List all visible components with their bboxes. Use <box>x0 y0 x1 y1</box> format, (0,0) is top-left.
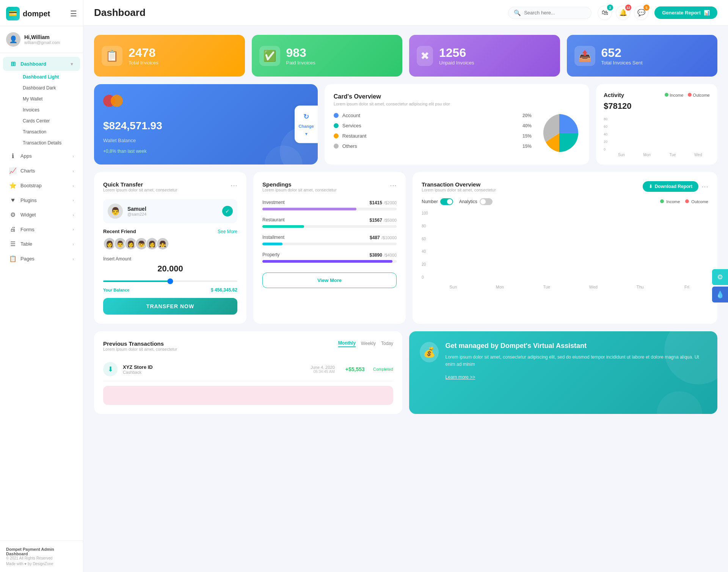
overview-item: Account 20% <box>334 113 532 118</box>
sidebar-nav: ⊞ Dashboard ▼ Dashboard Light Dashboard … <box>0 53 83 270</box>
analytics-toggle-group: Analytics <box>459 198 493 205</box>
analytics-toggle[interactable] <box>480 198 493 205</box>
tab-monthly[interactable]: Monthly <box>338 340 356 347</box>
sidebar-item-charts[interactable]: 📈 Charts › <box>3 164 80 178</box>
sidebar-item-bootstrap[interactable]: ⭐ Bootstrap › <box>3 179 80 193</box>
sidebar-item-widget[interactable]: ⚙ Widget › <box>3 208 80 222</box>
y-axis: 100 80 60 40 20 0 <box>422 211 428 279</box>
sidebar-item-plugins[interactable]: ♥ Plugins › <box>3 193 80 207</box>
sub-nav-item-transaction-details[interactable]: Transaction Details <box>17 138 80 148</box>
account-label: Account <box>342 113 519 118</box>
sidebar-item-apps[interactable]: ℹ Apps › <box>3 149 80 163</box>
notifications-btn[interactable]: 🔔 12 <box>616 6 630 20</box>
amount-label: Insert Amount <box>103 256 237 262</box>
sub-nav-item-my-wallet[interactable]: My Wallet <box>17 94 80 104</box>
shopping-cart-btn[interactable]: 🛍 2 <box>598 6 612 20</box>
va-learn-more-link[interactable]: Learn more >> <box>446 375 475 380</box>
balance-value: $ 456,345.62 <box>211 287 237 293</box>
sent-invoices-icon: 📤 <box>574 46 595 66</box>
pt-header: Previous Transactions Lorem ipsum dolor … <box>103 340 393 356</box>
check-icon: ✓ <box>222 206 233 216</box>
stat-card-total-invoices: 📋 2478 Total Invoices <box>94 35 245 77</box>
outcome-legend: Outcome <box>688 93 710 97</box>
wallet-overview-container: $824,571.93 Wallet Balance +0,8% than la… <box>94 84 589 165</box>
more-options-icon[interactable]: ⋯ <box>390 181 397 190</box>
activity-bar-chart: 80 60 40 20 0 <box>604 117 710 157</box>
previous-transactions-card: Previous Transactions Lorem ipsum dolor … <box>94 331 402 414</box>
amount-slider[interactable] <box>103 281 237 282</box>
balance-row: Your Balance $ 456,345.62 <box>103 287 237 293</box>
analytics-label: Analytics <box>459 199 477 204</box>
sub-nav-item-dashboard-light[interactable]: Dashboard Light <box>17 72 80 82</box>
view-more-button[interactable]: View More <box>262 273 397 288</box>
messages-btn[interactable]: 💬 5 <box>634 6 648 20</box>
stat-card-unpaid-invoices: ✖ 1256 Unpaid Invoices <box>409 35 560 77</box>
income-legend: Income <box>660 199 680 204</box>
cart-badge: 2 <box>607 5 613 11</box>
charts-icon: 📈 <box>9 167 17 174</box>
footer-made: Made with ♥ by DesignZone <box>6 562 77 566</box>
chevron-right-icon: › <box>72 227 74 232</box>
to-title: Transaction Overview <box>422 181 496 188</box>
spending-item-investment: Investment $1415 /$2000 <box>262 199 397 210</box>
stat-cards: 📋 2478 Total Invoices ✅ 983 Paid Invoice… <box>94 35 717 77</box>
search-input[interactable] <box>524 10 585 16</box>
tab-weekly[interactable]: Weekly <box>361 341 376 347</box>
spending-total: /$10000 <box>381 235 397 240</box>
recent-friends-header: Recent Friend See More <box>103 229 237 234</box>
pt-sub: Lorem ipsum dolor sit amet, consectetur <box>103 347 177 351</box>
stat-card-info: 1256 Unpaid Invoices <box>439 46 474 66</box>
mastercard-logo <box>103 95 123 107</box>
download-report-label: Download Report <box>655 184 692 189</box>
friends-avatars: 👩 👨 👩 👦 👩 👧 <box>103 237 237 250</box>
tx-info: XYZ Store ID Cashback <box>123 364 153 375</box>
change-btn-label: Change <box>298 124 314 129</box>
spending-name: Investment <box>262 200 285 205</box>
generate-report-button[interactable]: Generate Report 📊 <box>654 6 717 19</box>
wallet-label: Wallet Balance <box>103 138 309 143</box>
sidebar: 💳 dompet ☰ 👤 Hi,William william@gmail.co… <box>0 0 83 572</box>
sidebar-item-pages[interactable]: 📋 Pages › <box>3 252 80 266</box>
mc-orange-circle <box>111 95 123 107</box>
theme-button[interactable]: 💧 <box>712 287 728 302</box>
others-dot <box>334 144 339 149</box>
content: 📋 2478 Total Invoices ✅ 983 Paid Invoice… <box>83 26 728 572</box>
spending-total: /$2000 <box>384 201 397 205</box>
refresh-icon: ↻ <box>303 113 309 121</box>
sidebar-item-dashboard[interactable]: ⊞ Dashboard ▼ <box>3 57 80 71</box>
settings-button[interactable]: ⚙ <box>712 269 728 285</box>
balance-label: Your Balance <box>103 288 130 292</box>
spending-bar <box>262 260 392 263</box>
overview-item: Restaurant 15% <box>334 133 532 139</box>
stat-card-info: 652 Total Invoices Sent <box>601 46 643 66</box>
sub-nav-item-cards-center[interactable]: Cards Center <box>17 116 80 126</box>
others-label: Others <box>342 143 519 149</box>
more-options-icon[interactable]: ⋯ <box>231 181 237 190</box>
to-header: Transaction Overview Lorem ipsum dolor s… <box>422 181 708 197</box>
stat-card-sent-invoices: 📤 652 Total Invoices Sent <box>567 35 718 77</box>
tab-today[interactable]: Today <box>381 341 393 347</box>
see-all-link[interactable]: See More <box>218 229 237 234</box>
sidebar-item-table[interactable]: ☰ Table › <box>3 237 80 251</box>
quick-transfer-title: Quick Transfer <box>103 181 177 188</box>
number-toggle[interactable] <box>440 198 453 205</box>
row-2: $824,571.93 Wallet Balance +0,8% than la… <box>94 84 717 165</box>
transfer-now-button[interactable]: TRANSFER NOW <box>103 298 237 315</box>
hamburger-icon[interactable]: ☰ <box>70 9 77 18</box>
pie-chart <box>538 112 580 154</box>
row-3: Quick Transfer Lorem ipsum dolor sit ame… <box>94 172 717 324</box>
chevron-right-icon: › <box>72 169 74 173</box>
overview-item: Services 40% <box>334 123 532 129</box>
sidebar-item-forms[interactable]: 🖨 Forms › <box>3 223 80 236</box>
sub-nav-item-transaction[interactable]: Transaction <box>17 127 80 137</box>
sub-nav-item-dashboard-dark[interactable]: Dashboard Dark <box>17 83 80 93</box>
download-report-button[interactable]: ⬇ Download Report <box>643 181 698 192</box>
change-button[interactable]: ↻ Change ▾ <box>295 106 317 143</box>
pages-icon: 📋 <box>9 255 17 262</box>
sub-nav-item-invoices[interactable]: Invoices <box>17 105 80 115</box>
more-options-icon[interactable]: ⋯ <box>701 182 708 191</box>
services-pct: 40% <box>522 123 532 129</box>
wallet-amount: $824,571.93 <box>103 120 309 132</box>
table-row: ⬇ XYZ Store ID Cashback June 4, 2020 05:… <box>103 357 393 381</box>
search-bar[interactable]: 🔍 <box>508 7 592 19</box>
